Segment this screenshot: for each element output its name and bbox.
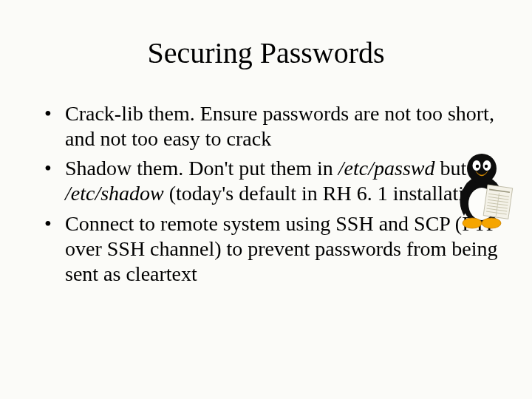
slide: Securing Passwords Crack-lib them. Ensur… (0, 0, 532, 399)
bullet-text-italic: /etc/passwd (338, 157, 435, 180)
svg-point-8 (482, 218, 501, 228)
bullet-text: (today's default in RH 6. 1 installation… (164, 182, 492, 205)
svg-point-5 (476, 165, 479, 168)
svg-point-2 (467, 154, 497, 183)
svg-point-6 (485, 165, 488, 168)
bullet-text: Connect to remote system using SSH and S… (65, 212, 498, 285)
bullet-text-italic: /etc/shadow (65, 182, 164, 205)
list-item: Crack-lib them. Ensure passwords are not… (44, 101, 502, 151)
list-item: Shadow them. Don't put them in /etc/pass… (44, 156, 502, 206)
list-item: Connect to remote system using SSH and S… (44, 211, 502, 287)
bullet-text: Crack-lib them. Ensure passwords are not… (65, 102, 494, 150)
page-title: Securing Passwords (30, 35, 502, 70)
tux-reading-icon (448, 148, 519, 229)
bullet-text: Shadow them. Don't put them in (65, 157, 338, 180)
bullet-list: Crack-lib them. Ensure passwords are not… (30, 101, 502, 287)
svg-point-7 (463, 218, 482, 228)
